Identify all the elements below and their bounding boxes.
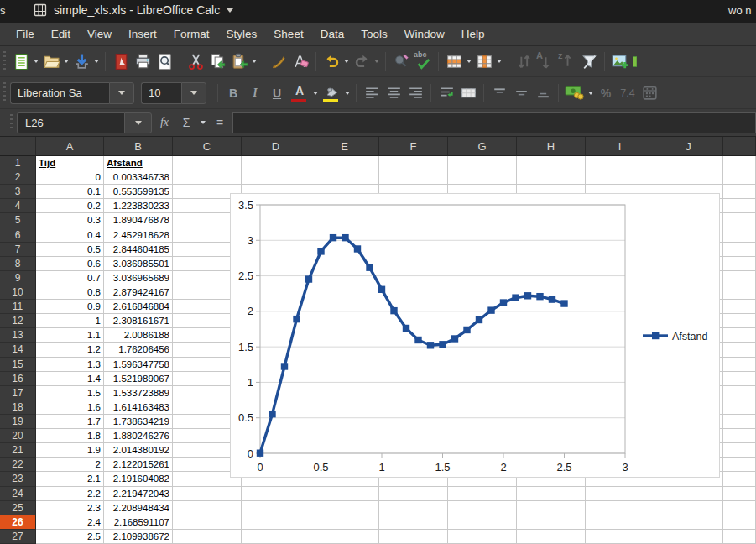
toolbar-grip[interactable] bbox=[10, 114, 13, 131]
cell-B17[interactable]: 1.533723889 bbox=[104, 386, 173, 400]
cell-A10[interactable]: 0.8 bbox=[36, 285, 104, 300]
clock-label[interactable]: wo n bbox=[728, 4, 751, 17]
cell-E25[interactable] bbox=[310, 501, 379, 515]
cell-K1[interactable] bbox=[723, 156, 756, 170]
cell-A3[interactable]: 0.1 bbox=[36, 185, 104, 199]
print-button[interactable] bbox=[132, 50, 154, 73]
cell-F27[interactable] bbox=[379, 530, 448, 544]
column-header-partial[interactable] bbox=[723, 137, 756, 156]
row-dropdown[interactable] bbox=[465, 50, 473, 73]
afstand-chart[interactable]: 00.511.522.533.500.511.522.53Afstand bbox=[230, 193, 720, 478]
cell-A12[interactable]: 1 bbox=[36, 314, 104, 328]
sort-ascending-button[interactable]: A bbox=[534, 50, 556, 73]
copy-button[interactable] bbox=[206, 50, 228, 73]
insert-chart-button[interactable] bbox=[632, 50, 637, 73]
row-header-24[interactable]: 24 bbox=[0, 487, 36, 501]
cell-D27[interactable] bbox=[242, 530, 310, 544]
align-vcenter-button[interactable] bbox=[510, 81, 532, 105]
column-header-b[interactable]: B bbox=[104, 137, 173, 156]
cell-A5[interactable]: 0.3 bbox=[36, 213, 104, 228]
cell-C26[interactable] bbox=[173, 515, 242, 530]
cell-A25[interactable]: 2.3 bbox=[36, 501, 104, 515]
data-point[interactable] bbox=[427, 342, 434, 348]
align-left-button[interactable] bbox=[361, 81, 383, 105]
print-preview-button[interactable] bbox=[154, 50, 175, 73]
cell-K14[interactable] bbox=[723, 343, 756, 357]
cell-A26[interactable]: 2.4 bbox=[36, 515, 104, 530]
cell-B16[interactable]: 1.521989067 bbox=[104, 372, 173, 386]
italic-button[interactable]: I bbox=[244, 81, 266, 105]
cell-K17[interactable] bbox=[723, 386, 756, 400]
cell-A17[interactable]: 1.5 bbox=[36, 386, 104, 400]
row-header-7[interactable]: 7 bbox=[0, 243, 36, 257]
cell-B14[interactable]: 1.76206456 bbox=[104, 343, 173, 357]
data-point[interactable] bbox=[390, 307, 397, 314]
cell-E24[interactable] bbox=[310, 487, 379, 501]
insert-image-button[interactable] bbox=[609, 50, 632, 73]
row-header-20[interactable]: 20 bbox=[0, 429, 36, 443]
cell-B21[interactable]: 2.014380192 bbox=[104, 443, 173, 458]
clear-formatting-button[interactable] bbox=[289, 50, 311, 73]
row-header-10[interactable]: 10 bbox=[0, 285, 36, 300]
cell-H2[interactable] bbox=[517, 170, 586, 185]
cell-A16[interactable]: 1.4 bbox=[36, 372, 104, 386]
font-name-dropdown[interactable] bbox=[109, 82, 134, 104]
data-point[interactable] bbox=[560, 300, 567, 306]
export-pdf-button[interactable] bbox=[110, 50, 132, 73]
cell-K16[interactable] bbox=[723, 372, 756, 386]
data-point[interactable] bbox=[549, 296, 555, 302]
data-point[interactable] bbox=[366, 264, 373, 270]
cell-B7[interactable]: 2.844604185 bbox=[104, 243, 173, 257]
cell-G27[interactable] bbox=[448, 530, 517, 544]
cell-E2[interactable] bbox=[310, 170, 379, 185]
menu-format[interactable]: Format bbox=[166, 24, 217, 44]
cell-A18[interactable]: 1.6 bbox=[36, 400, 104, 415]
cell-F24[interactable] bbox=[379, 487, 448, 501]
menu-tools[interactable]: Tools bbox=[353, 24, 395, 44]
afstand-chart-object[interactable]: 00.511.522.533.500.511.522.53Afstand bbox=[230, 193, 720, 478]
cell-G24[interactable] bbox=[448, 487, 517, 501]
underline-button[interactable]: U bbox=[266, 81, 288, 105]
row-header-4[interactable]: 4 bbox=[0, 199, 36, 213]
cell-A8[interactable]: 0.6 bbox=[36, 257, 104, 271]
cell-K22[interactable] bbox=[723, 458, 756, 472]
sort-descending-button[interactable]: z bbox=[556, 50, 578, 73]
cell-B15[interactable]: 1.596347758 bbox=[104, 358, 173, 372]
undo-dropdown[interactable] bbox=[342, 50, 351, 73]
menu-window[interactable]: Window bbox=[397, 24, 452, 44]
window-title-dropdown-icon[interactable] bbox=[227, 8, 233, 13]
column-header-i[interactable]: I bbox=[586, 137, 654, 156]
cell-K12[interactable] bbox=[723, 314, 756, 328]
cell-K24[interactable] bbox=[723, 487, 756, 501]
cell-H26[interactable] bbox=[517, 515, 586, 530]
row-header-13[interactable]: 13 bbox=[0, 328, 36, 343]
cell-K5[interactable] bbox=[723, 213, 756, 228]
activities-clipped-label[interactable]: s bbox=[0, 4, 6, 17]
cell-D2[interactable] bbox=[242, 170, 310, 185]
cell-B25[interactable]: 2.208948434 bbox=[104, 501, 173, 515]
column-dropdown[interactable] bbox=[495, 50, 503, 73]
data-point[interactable] bbox=[305, 275, 312, 282]
cell-F2[interactable] bbox=[379, 170, 448, 185]
cell-G2[interactable] bbox=[448, 170, 517, 185]
data-point[interactable] bbox=[487, 306, 494, 313]
cell-B13[interactable]: 2.0086188 bbox=[104, 328, 173, 343]
data-point[interactable] bbox=[403, 325, 409, 332]
cell-E26[interactable] bbox=[310, 515, 379, 530]
open-dropdown[interactable] bbox=[62, 50, 70, 73]
cell-A1[interactable]: Tijd bbox=[36, 156, 104, 170]
paste-button[interactable] bbox=[228, 50, 250, 73]
cell-D24[interactable] bbox=[242, 487, 310, 501]
data-point[interactable] bbox=[414, 337, 421, 343]
cell-K3[interactable] bbox=[723, 185, 756, 199]
cell-A9[interactable]: 0.7 bbox=[36, 271, 104, 285]
cell-B4[interactable]: 1.223830233 bbox=[104, 199, 173, 213]
function-wizard-button[interactable]: fx bbox=[155, 116, 174, 129]
sum-dropdown[interactable] bbox=[199, 111, 207, 134]
data-point[interactable] bbox=[281, 363, 288, 369]
cell-I24[interactable] bbox=[586, 487, 654, 501]
column-button[interactable] bbox=[473, 50, 495, 73]
currency-dropdown[interactable] bbox=[587, 81, 595, 105]
cell-K20[interactable] bbox=[723, 429, 756, 443]
cell-J24[interactable] bbox=[654, 487, 723, 501]
